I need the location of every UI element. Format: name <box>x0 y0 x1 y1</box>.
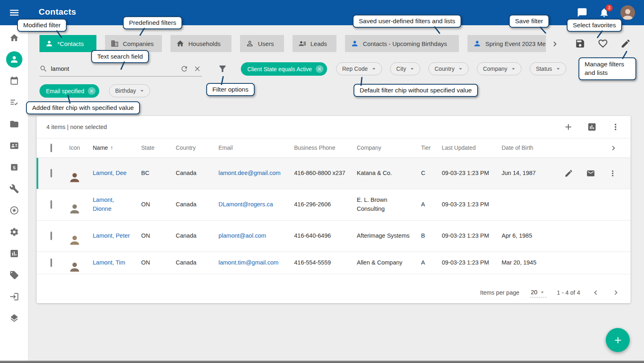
filter-chip-email-specified[interactable]: Email specified <box>39 84 99 98</box>
cell-phone: 416-296-2606 <box>290 198 353 212</box>
cell-tier: A <box>417 198 438 212</box>
callout-text: Select favorites <box>573 22 616 28</box>
search-refresh-button[interactable] <box>179 64 189 74</box>
cell-updated: 09-03-23 1:23 PM <box>438 198 498 212</box>
column-header-email[interactable]: Email <box>214 141 290 155</box>
sidebar-item-settings[interactable] <box>0 221 28 243</box>
sidebar-item-contacts[interactable] <box>0 48 28 70</box>
user-avatar[interactable] <box>620 5 635 20</box>
hamburger-menu-button[interactable] <box>8 7 20 19</box>
contact-email-link[interactable]: lamont.dee@gmail.com <box>218 170 281 176</box>
column-header-tier[interactable]: Tier <box>417 141 438 155</box>
cell-company: Afterimage Systems <box>353 229 417 243</box>
save-filter-button[interactable] <box>574 38 586 49</box>
row-checkbox[interactable] <box>50 200 52 209</box>
contact-name-link[interactable]: Lamont, Peter <box>93 232 130 239</box>
notifications-button[interactable]: 3 <box>598 7 610 18</box>
items-per-page-label: Items per page <box>480 289 520 296</box>
sidebar-item-opportunities[interactable] <box>0 156 28 178</box>
tab-saved-spring-event[interactable]: Spring Event 2023 Me <box>467 35 546 52</box>
scroll-columns-button[interactable] <box>609 143 618 153</box>
column-header-state[interactable]: State <box>137 141 172 155</box>
table-row[interactable]: Lamont, Dee BC Canada lamont.dee@gmail.c… <box>37 158 631 189</box>
tab-companies[interactable]: Companies <box>105 35 162 52</box>
sidebar-item-reports[interactable] <box>0 243 28 264</box>
active-indicator <box>6 51 22 68</box>
list-more-options-button[interactable] <box>610 122 621 132</box>
cell-state: ON <box>137 256 172 270</box>
caret-down-icon <box>539 289 546 295</box>
contact-email-link[interactable]: plamont@aol.com <box>218 232 266 239</box>
manage-filters-button[interactable] <box>620 38 631 49</box>
filter-chip-country[interactable]: Country <box>428 62 469 75</box>
contact-name-link[interactable]: Lamont, Dionne <box>93 197 114 212</box>
contact-name-link[interactable]: Lamont, Dee <box>93 170 127 176</box>
sidebar-item-tasks[interactable] <box>0 92 28 113</box>
sidebar-item-documents[interactable] <box>0 113 28 135</box>
bar-chart-icon <box>9 249 19 258</box>
sidebar-item-tags[interactable] <box>0 264 28 286</box>
cell-company: Katana & Co. <box>353 166 417 180</box>
filter-chip-client-state[interactable]: Client State equals Active <box>241 62 327 76</box>
tab-households[interactable]: Households <box>170 35 231 52</box>
favorites-button[interactable] <box>597 38 609 49</box>
contact-email-link[interactable]: lamont.tim@gmail.com <box>218 259 279 266</box>
column-header-country[interactable]: Country <box>172 141 214 155</box>
filter-chip-company[interactable]: Company <box>477 62 522 75</box>
add-column-button[interactable] <box>563 122 574 132</box>
toolbar-icons <box>563 122 621 132</box>
sidebar-item-calendar[interactable] <box>0 70 28 92</box>
add-contact-fab[interactable] <box>606 328 630 352</box>
next-page-button[interactable] <box>611 288 621 297</box>
sidebar-item-import-export[interactable] <box>0 286 28 307</box>
search-input[interactable] <box>51 65 176 72</box>
column-header-name[interactable]: Name↑ <box>89 141 137 155</box>
chevron-left-icon <box>591 288 600 297</box>
email-contact-button[interactable] <box>586 168 596 178</box>
plus-icon <box>563 122 573 132</box>
entity-tab-bar: *Contacts Companies Households Users Lea… <box>39 35 546 52</box>
more-tabs-button[interactable] <box>550 39 560 49</box>
envelope-icon <box>586 169 595 178</box>
tab-saved-upcoming-birthdays[interactable]: Contacts - Upcoming Birthdays <box>345 35 459 52</box>
filter-options-button[interactable] <box>217 63 228 74</box>
column-chart-button[interactable] <box>587 122 597 132</box>
table-row[interactable]: Lamont, Tim ON Canada lamont.tim@gmail.c… <box>37 252 631 274</box>
select-all-checkbox[interactable] <box>50 144 52 152</box>
column-header-updated[interactable]: Last Updated <box>438 141 498 155</box>
table-row[interactable]: Lamont, Peter ON Canada plamont@aol.com … <box>37 221 631 252</box>
row-checkbox[interactable] <box>50 232 52 240</box>
sidebar-item-address-book[interactable] <box>0 135 28 156</box>
contact-name-link[interactable]: Lamont, Tim <box>93 259 125 266</box>
sidebar-item-campaigns[interactable] <box>0 199 28 221</box>
items-per-page-select[interactable]: 20 <box>530 288 546 297</box>
contact-email-link[interactable]: DLamont@rogers.ca <box>218 201 273 208</box>
chip-label: Client State equals Active <box>247 66 312 72</box>
filter-chip-rep-code[interactable]: Rep Code <box>336 62 382 75</box>
column-header-phone[interactable]: Business Phone <box>290 141 353 155</box>
filter-chip-birthday[interactable]: Birthday <box>109 84 150 97</box>
table-row[interactable]: Lamont, Dionne ON Canada DLamont@rogers.… <box>37 189 631 221</box>
caret-down-icon <box>408 65 416 72</box>
search-clear-button[interactable] <box>192 64 202 74</box>
filter-chip-status[interactable]: Status <box>530 62 566 75</box>
tab-users[interactable]: Users <box>240 35 284 52</box>
row-checkbox[interactable] <box>50 169 52 177</box>
messages-button[interactable] <box>576 7 588 18</box>
caret-down-icon <box>138 87 146 94</box>
column-header-icon[interactable]: Icon <box>65 141 89 155</box>
kebab-icon <box>608 169 617 178</box>
tab-contacts[interactable]: *Contacts <box>39 35 96 52</box>
sidebar-item-catalogs[interactable] <box>0 307 28 329</box>
tab-leads[interactable]: Leads <box>293 35 336 52</box>
row-checkbox[interactable] <box>50 258 52 267</box>
remove-chip-button[interactable] <box>316 65 323 73</box>
column-header-company[interactable]: Company <box>353 141 417 155</box>
sidebar-item-service[interactable] <box>0 178 28 199</box>
previous-page-button[interactable] <box>591 288 600 297</box>
column-header-dob[interactable]: Date of Birth <box>498 141 549 155</box>
filter-chip-city[interactable]: City <box>390 62 420 75</box>
edit-contact-button[interactable] <box>564 168 574 178</box>
row-more-options-button[interactable] <box>608 168 618 178</box>
remove-chip-button[interactable] <box>88 87 96 95</box>
